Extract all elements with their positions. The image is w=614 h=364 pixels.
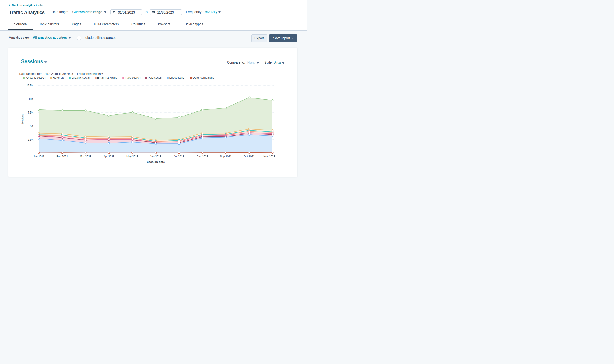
- svg-text:Oct 2023: Oct 2023: [244, 155, 255, 158]
- svg-text:10K: 10K: [29, 98, 33, 101]
- svg-text:Sessions: Sessions: [21, 114, 24, 125]
- svg-text:Aug 2023: Aug 2023: [197, 155, 209, 158]
- svg-text:Jun 2023: Jun 2023: [150, 155, 161, 158]
- svg-text:Jul 2023: Jul 2023: [174, 155, 184, 158]
- svg-text:Mar 2023: Mar 2023: [80, 155, 91, 158]
- svg-text:Jan 2023: Jan 2023: [33, 155, 44, 158]
- svg-text:5K: 5K: [30, 125, 33, 128]
- svg-text:Session date: Session date: [147, 160, 165, 164]
- svg-text:12.5K: 12.5K: [26, 84, 33, 87]
- svg-text:Feb 2023: Feb 2023: [56, 155, 68, 158]
- svg-text:2.5K: 2.5K: [28, 138, 33, 141]
- svg-text:7.5K: 7.5K: [28, 111, 33, 114]
- svg-text:Apr 2023: Apr 2023: [103, 155, 114, 158]
- svg-text:May 2023: May 2023: [126, 155, 138, 158]
- svg-text:Sep 2023: Sep 2023: [220, 155, 232, 158]
- svg-text:0: 0: [32, 152, 33, 155]
- svg-text:Nov 2023: Nov 2023: [264, 155, 275, 158]
